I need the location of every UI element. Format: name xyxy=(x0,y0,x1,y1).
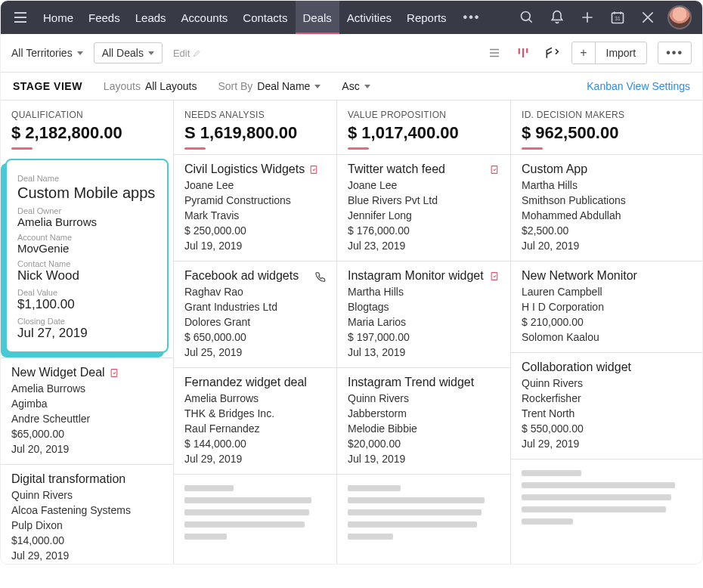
plus-icon[interactable] xyxy=(574,4,601,31)
deal-title: Instagram Trend widget xyxy=(348,376,474,389)
deal-card[interactable]: Twitter watch feedJoane LeeBlue Rivers P… xyxy=(337,154,510,261)
deal-card-line: Jul 19, 2019 xyxy=(348,453,500,465)
deal-card-line: THK & Bridges Inc. xyxy=(184,407,326,419)
deal-card-line: Lauren Campbell xyxy=(522,286,692,298)
deal-card[interactable]: New Network MonitorLauren CampbellH I D … xyxy=(511,261,702,352)
kanban-settings-link[interactable]: Kanban View Settings xyxy=(587,80,690,92)
subheader: STAGE VIEW Layouts All Layouts Sort By D… xyxy=(1,73,702,100)
task-flag-icon xyxy=(490,165,500,175)
user-avatar[interactable] xyxy=(669,7,690,28)
column-header: ID. DECISION MAKERS$ 962,500.00 xyxy=(511,101,702,154)
task-flag-icon xyxy=(490,271,500,281)
stage-amount: $ 2,182,800.00 xyxy=(11,123,163,143)
deal-card-line: Solomon Kaalou xyxy=(522,331,692,343)
deal-card[interactable]: Instagram Trend widgetQuinn RiversJabber… xyxy=(337,367,510,474)
territory-dropdown[interactable]: All Territories xyxy=(11,47,83,59)
deal-card[interactable]: Instagram Monitor widgetMartha HillsBlog… xyxy=(337,261,510,367)
hamburger-icon[interactable] xyxy=(8,8,33,27)
canvas-view-icon[interactable] xyxy=(543,44,561,62)
deal-card[interactable]: Fernandez widget dealAmelia BurrowsTHK &… xyxy=(174,367,336,474)
svg-rect-4 xyxy=(311,166,317,173)
deal-card-line: Martha Hills xyxy=(348,286,500,298)
deal-card-line: Mark Travis xyxy=(184,209,326,221)
svg-rect-6 xyxy=(491,272,497,280)
view-dropdown[interactable]: All Deals xyxy=(94,42,163,63)
deal-card-highlighted[interactable]: Deal NameCustom Mobile appsDeal OwnerAme… xyxy=(5,159,169,353)
deal-title: New Widget Deal xyxy=(11,366,105,379)
deal-title: Collaboration widget xyxy=(522,361,631,374)
nav-item-activities[interactable]: Activities xyxy=(339,1,399,34)
nav-item-reports[interactable]: Reports xyxy=(399,1,454,34)
kanban-column: ID. DECISION MAKERS$ 962,500.00Custom Ap… xyxy=(510,101,702,564)
stage-amount: S 1,619,800.00 xyxy=(184,123,326,143)
deal-card-line: Blue Rivers Pvt Ltd xyxy=(348,194,500,206)
deal-card-line: $ 197,000.00 xyxy=(348,331,500,343)
nav-item-contacts[interactable]: Contacts xyxy=(235,1,295,34)
deal-card[interactable]: Digital transformationQuinn RiversAlcoa … xyxy=(1,464,173,564)
deal-card-line: Jul 13, 2019 xyxy=(348,346,500,358)
stage-name: QUALIFICATION xyxy=(11,110,163,120)
deal-card-line: $65,000.00 xyxy=(11,428,163,440)
kanban-board: QUALIFICATION$ 2,182,800.00Deal NameCust… xyxy=(1,100,702,564)
edit-button[interactable]: Edit xyxy=(173,48,202,59)
nav-item-deals[interactable]: Deals xyxy=(296,1,339,34)
top-navbar: HomeFeedsLeadsAccountsContactsDealsActiv… xyxy=(1,1,702,34)
deal-card[interactable]: Custom AppMartha HillsSmithson Publicati… xyxy=(511,154,702,261)
stage-amount: $ 962,500.00 xyxy=(522,123,692,143)
sortdir-dropdown[interactable]: Asc xyxy=(342,80,370,92)
deal-card-line: Pyramid Constructions xyxy=(184,194,326,206)
calendar-icon[interactable]: 31 xyxy=(604,4,631,31)
import-button[interactable]: Import xyxy=(596,43,647,63)
deal-card-line: Jul 20, 2019 xyxy=(11,443,163,455)
nav-item-accounts[interactable]: Accounts xyxy=(174,1,236,34)
deal-title: Digital transformation xyxy=(11,472,125,486)
deal-card[interactable]: Civil Logistics Widgets Joane LeePyramid… xyxy=(174,154,336,261)
search-icon[interactable] xyxy=(513,4,540,31)
deal-card-line: Grant Industries Ltd xyxy=(184,301,326,313)
deal-card-line: Amelia Burrows xyxy=(184,392,326,404)
deal-card-line: Alcoa Fastening Systems xyxy=(11,504,163,516)
task-flag-icon xyxy=(309,165,319,175)
deal-card-line: Jul 29, 2019 xyxy=(184,453,326,465)
deal-card-line: $ 550,000.00 xyxy=(522,422,692,435)
tools-icon[interactable] xyxy=(634,4,661,31)
column-header: QUALIFICATION$ 2,182,800.00 xyxy=(1,101,173,154)
deal-card-line: $2,500.00 xyxy=(522,224,692,237)
nav-item-home[interactable]: Home xyxy=(36,1,81,34)
deal-card-line: Amelia Burrows xyxy=(11,382,163,395)
deal-card-line: Pulp Dixon xyxy=(11,519,163,531)
deal-card[interactable]: Collaboration widgetQuinn RiversRockerfi… xyxy=(511,352,702,459)
deal-card[interactable]: New Widget Deal Amelia BurrowsAgimbaAndr… xyxy=(1,357,173,464)
add-record-button[interactable]: + xyxy=(572,42,595,63)
column-header: VALUE PROPOSITION$ 1,017,400.00 xyxy=(337,101,510,154)
deal-card-line: Blogtags xyxy=(348,301,500,313)
bell-icon[interactable] xyxy=(544,4,571,31)
nav-item-feeds[interactable]: Feeds xyxy=(81,1,128,34)
deal-card-line: Raul Fernandez xyxy=(184,422,326,435)
kanban-column: NEEDS ANALYSISS 1,619,800.00Civil Logist… xyxy=(173,101,336,564)
deal-title: Custom Mobile apps xyxy=(17,184,156,202)
kanban-column: VALUE PROPOSITION$ 1,017,400.00Twitter w… xyxy=(336,101,510,564)
more-actions-button[interactable]: ••• xyxy=(658,42,692,64)
layouts-dropdown[interactable]: Layouts All Layouts xyxy=(104,80,197,92)
deal-card-line: $14,000.00 xyxy=(11,534,163,546)
deal-title: Instagram Monitor widget xyxy=(348,269,484,283)
territory-label: All Territories xyxy=(11,47,73,59)
list-view-icon[interactable] xyxy=(485,44,503,62)
view-label: All Deals xyxy=(102,47,144,59)
stage-name: VALUE PROPOSITION xyxy=(348,110,500,120)
deal-card-line: Jul 19, 2019 xyxy=(184,240,326,252)
deal-card-line: Jul 29, 2019 xyxy=(11,549,163,562)
chevron-down-icon xyxy=(148,51,154,55)
sortby-dropdown[interactable]: Sort By Deal Name xyxy=(218,80,321,92)
svg-text:31: 31 xyxy=(615,16,621,21)
deal-card-line: Andre Scheuttler xyxy=(11,413,163,425)
toolbar: All Territories All Deals Edit + Import … xyxy=(1,34,702,73)
deal-card-line: Quinn Rivers xyxy=(522,377,692,389)
deal-card[interactable]: Facebook ad widgetsRaghav RaoGrant Indus… xyxy=(174,261,336,367)
nav-item-leads[interactable]: Leads xyxy=(128,1,174,34)
kanban-view-icon[interactable] xyxy=(514,44,532,62)
column-header: NEEDS ANALYSISS 1,619,800.00 xyxy=(174,101,336,154)
kanban-column: QUALIFICATION$ 2,182,800.00Deal NameCust… xyxy=(1,101,173,564)
nav-more-button[interactable]: ••• xyxy=(457,11,487,24)
